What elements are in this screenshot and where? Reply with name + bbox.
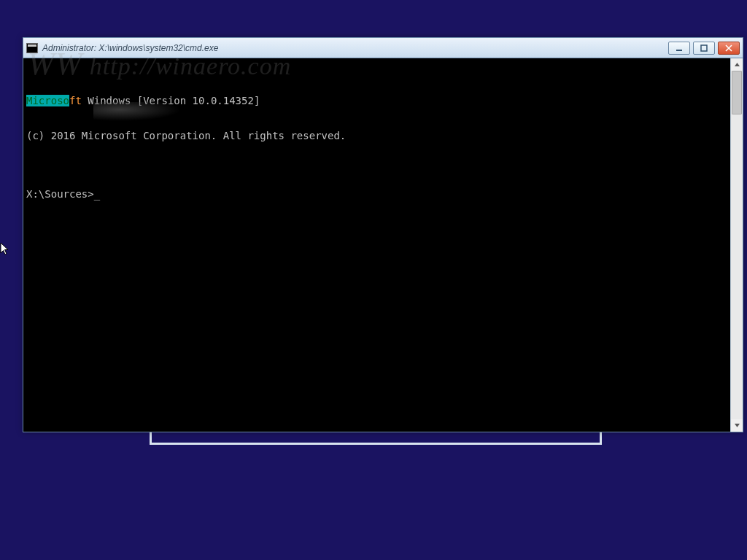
scrollbar-track[interactable]: [731, 71, 743, 419]
close-button[interactable]: [718, 42, 740, 55]
vertical-scrollbar[interactable]: [730, 58, 743, 432]
window-client-area: WW http://winaero.com Microsoft Windows …: [23, 58, 743, 432]
console-prompt: X:\Sources>_: [26, 188, 727, 200]
chevron-down-icon: [734, 423, 740, 428]
scrollbar-thumb[interactable]: [732, 71, 742, 114]
maximize-button[interactable]: [693, 42, 715, 55]
maximize-icon: [700, 44, 708, 52]
console-line: Microsoft Windows [Version 10.0.14352]: [26, 95, 727, 106]
console-output[interactable]: WW http://winaero.com Microsoft Windows …: [23, 58, 730, 432]
console-line: (c) 2016 Microsoft Corporation. All righ…: [26, 130, 727, 141]
console-text-highlight: Microso: [26, 95, 69, 106]
window-title: Administrator: X:\windows\system32\cmd.e…: [42, 43, 218, 53]
close-icon: [724, 44, 733, 52]
text-cursor: _: [94, 188, 100, 200]
console-text-segment: ft: [69, 95, 82, 106]
titlebar[interactable]: Administrator: X:\windows\system32\cmd.e…: [23, 38, 743, 58]
prompt-text: X:\Sources>: [26, 188, 94, 200]
mouse-cursor: [0, 242, 12, 257]
watermark-text: WW http://winaero.com: [28, 58, 291, 72]
svg-rect-0: [676, 50, 682, 51]
minimize-icon: [675, 44, 684, 52]
window-controls: [668, 42, 740, 55]
scroll-down-button[interactable]: [731, 419, 743, 432]
cmd-window[interactable]: Administrator: X:\windows\system32\cmd.e…: [23, 37, 743, 432]
cmd-icon: [26, 43, 38, 53]
chevron-up-icon: [734, 62, 740, 67]
svg-rect-1: [701, 45, 707, 51]
console-text-segment: Windows [Version 10.0.14352]: [82, 95, 260, 106]
minimize-button[interactable]: [668, 42, 690, 55]
scroll-up-button[interactable]: [731, 58, 743, 71]
